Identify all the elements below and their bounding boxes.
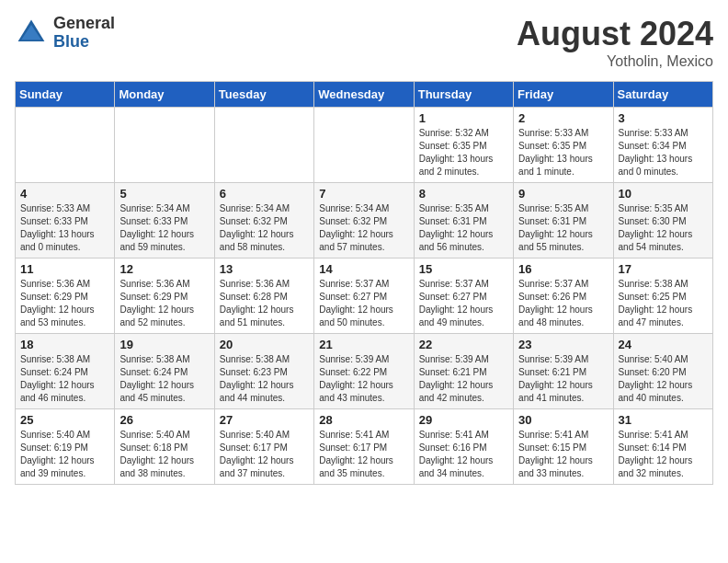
day-cell: 20Sunrise: 5:38 AM Sunset: 6:23 PM Dayli… — [214, 334, 313, 409]
day-info: Sunrise: 5:39 AM Sunset: 6:21 PM Dayligh… — [419, 353, 508, 405]
week-row-1: 1Sunrise: 5:32 AM Sunset: 6:35 PM Daylig… — [16, 108, 713, 183]
day-number: 8 — [419, 187, 508, 201]
header-cell-tuesday: Tuesday — [214, 82, 313, 108]
day-cell: 14Sunrise: 5:37 AM Sunset: 6:27 PM Dayli… — [314, 259, 414, 334]
day-number: 13 — [220, 262, 309, 276]
day-number: 19 — [119, 338, 209, 351]
day-cell: 1Sunrise: 5:32 AM Sunset: 6:35 PM Daylig… — [414, 108, 513, 183]
header-cell-friday: Friday — [514, 82, 613, 108]
header-cell-sunday: Sunday — [16, 82, 115, 108]
day-info: Sunrise: 5:41 AM Sunset: 6:15 PM Dayligh… — [518, 429, 608, 480]
day-cell: 25Sunrise: 5:40 AM Sunset: 6:19 PM Dayli… — [16, 409, 115, 485]
week-row-3: 11Sunrise: 5:36 AM Sunset: 6:29 PM Dayli… — [16, 259, 713, 334]
day-number: 10 — [619, 187, 708, 201]
day-number: 15 — [419, 262, 508, 276]
day-cell: 10Sunrise: 5:35 AM Sunset: 6:30 PM Dayli… — [613, 183, 712, 259]
day-cell — [115, 108, 214, 183]
day-cell: 22Sunrise: 5:39 AM Sunset: 6:21 PM Dayli… — [414, 334, 513, 409]
day-number: 20 — [220, 338, 309, 351]
day-cell: 28Sunrise: 5:41 AM Sunset: 6:17 PM Dayli… — [314, 409, 414, 485]
day-cell: 2Sunrise: 5:33 AM Sunset: 6:35 PM Daylig… — [514, 108, 613, 183]
day-info: Sunrise: 5:39 AM Sunset: 6:21 PM Dayligh… — [518, 353, 608, 405]
day-number: 23 — [518, 338, 608, 351]
day-number: 1 — [419, 111, 508, 125]
day-info: Sunrise: 5:41 AM Sunset: 6:17 PM Dayligh… — [319, 429, 408, 480]
logo-icon — [15, 17, 48, 50]
day-info: Sunrise: 5:38 AM Sunset: 6:25 PM Dayligh… — [619, 278, 708, 329]
day-cell: 30Sunrise: 5:41 AM Sunset: 6:15 PM Dayli… — [514, 409, 613, 485]
week-row-4: 18Sunrise: 5:38 AM Sunset: 6:24 PM Dayli… — [16, 334, 713, 409]
calendar-header: SundayMondayTuesdayWednesdayThursdayFrid… — [16, 82, 713, 108]
day-cell: 13Sunrise: 5:36 AM Sunset: 6:28 PM Dayli… — [214, 259, 313, 334]
day-number: 5 — [119, 187, 209, 201]
day-info: Sunrise: 5:38 AM Sunset: 6:24 PM Dayligh… — [119, 353, 209, 405]
day-number: 26 — [119, 413, 209, 427]
day-number: 16 — [518, 262, 608, 276]
day-info: Sunrise: 5:36 AM Sunset: 6:29 PM Dayligh… — [20, 278, 109, 329]
day-info: Sunrise: 5:32 AM Sunset: 6:35 PM Dayligh… — [419, 127, 508, 178]
day-info: Sunrise: 5:33 AM Sunset: 6:34 PM Dayligh… — [619, 127, 708, 178]
day-info: Sunrise: 5:35 AM Sunset: 6:31 PM Dayligh… — [419, 202, 508, 254]
day-info: Sunrise: 5:34 AM Sunset: 6:33 PM Dayligh… — [119, 202, 209, 254]
day-cell: 19Sunrise: 5:38 AM Sunset: 6:24 PM Dayli… — [115, 334, 214, 409]
day-cell: 12Sunrise: 5:36 AM Sunset: 6:29 PM Dayli… — [115, 259, 214, 334]
day-info: Sunrise: 5:36 AM Sunset: 6:28 PM Dayligh… — [220, 278, 309, 329]
day-cell: 9Sunrise: 5:35 AM Sunset: 6:31 PM Daylig… — [514, 183, 613, 259]
day-cell: 3Sunrise: 5:33 AM Sunset: 6:34 PM Daylig… — [613, 108, 712, 183]
day-cell: 8Sunrise: 5:35 AM Sunset: 6:31 PM Daylig… — [414, 183, 513, 259]
week-row-2: 4Sunrise: 5:33 AM Sunset: 6:33 PM Daylig… — [16, 183, 713, 259]
day-info: Sunrise: 5:37 AM Sunset: 6:26 PM Dayligh… — [518, 278, 608, 329]
day-info: Sunrise: 5:33 AM Sunset: 6:33 PM Dayligh… — [20, 202, 109, 254]
title-block: August 2024 Yotholin, Mexico — [517, 15, 713, 70]
day-cell: 31Sunrise: 5:41 AM Sunset: 6:14 PM Dayli… — [613, 409, 712, 485]
week-row-5: 25Sunrise: 5:40 AM Sunset: 6:19 PM Dayli… — [16, 409, 713, 485]
day-info: Sunrise: 5:38 AM Sunset: 6:23 PM Dayligh… — [220, 353, 309, 405]
day-cell: 17Sunrise: 5:38 AM Sunset: 6:25 PM Dayli… — [613, 259, 712, 334]
day-cell — [16, 108, 115, 183]
header-cell-thursday: Thursday — [414, 82, 513, 108]
logo-text: General Blue — [53, 15, 115, 52]
day-cell: 21Sunrise: 5:39 AM Sunset: 6:22 PM Dayli… — [314, 334, 414, 409]
location-title: Yotholin, Mexico — [517, 53, 713, 70]
header-row: SundayMondayTuesdayWednesdayThursdayFrid… — [16, 82, 713, 108]
day-info: Sunrise: 5:36 AM Sunset: 6:29 PM Dayligh… — [119, 278, 209, 329]
day-cell: 24Sunrise: 5:40 AM Sunset: 6:20 PM Dayli… — [613, 334, 712, 409]
day-cell: 16Sunrise: 5:37 AM Sunset: 6:26 PM Dayli… — [514, 259, 613, 334]
header-cell-wednesday: Wednesday — [314, 82, 414, 108]
day-cell: 11Sunrise: 5:36 AM Sunset: 6:29 PM Dayli… — [16, 259, 115, 334]
day-cell: 26Sunrise: 5:40 AM Sunset: 6:18 PM Dayli… — [115, 409, 214, 485]
day-info: Sunrise: 5:41 AM Sunset: 6:14 PM Dayligh… — [619, 429, 708, 480]
day-cell: 6Sunrise: 5:34 AM Sunset: 6:32 PM Daylig… — [214, 183, 313, 259]
day-info: Sunrise: 5:33 AM Sunset: 6:35 PM Dayligh… — [518, 127, 608, 178]
day-cell: 7Sunrise: 5:34 AM Sunset: 6:32 PM Daylig… — [314, 183, 414, 259]
logo: General Blue — [15, 15, 115, 52]
day-info: Sunrise: 5:40 AM Sunset: 6:17 PM Dayligh… — [220, 429, 309, 480]
day-number: 30 — [518, 413, 608, 427]
day-info: Sunrise: 5:35 AM Sunset: 6:30 PM Dayligh… — [619, 202, 708, 254]
header-cell-monday: Monday — [115, 82, 214, 108]
day-number: 9 — [518, 187, 608, 201]
calendar-table: SundayMondayTuesdayWednesdayThursdayFrid… — [15, 81, 713, 485]
day-info: Sunrise: 5:39 AM Sunset: 6:22 PM Dayligh… — [319, 353, 408, 405]
day-cell: 27Sunrise: 5:40 AM Sunset: 6:17 PM Dayli… — [214, 409, 313, 485]
day-info: Sunrise: 5:37 AM Sunset: 6:27 PM Dayligh… — [319, 278, 408, 329]
page-header: General Blue August 2024 Yotholin, Mexic… — [15, 15, 713, 70]
day-cell — [214, 108, 313, 183]
day-info: Sunrise: 5:40 AM Sunset: 6:18 PM Dayligh… — [119, 429, 209, 480]
logo-general: General — [53, 15, 115, 33]
day-number: 2 — [518, 111, 608, 125]
day-cell: 29Sunrise: 5:41 AM Sunset: 6:16 PM Dayli… — [414, 409, 513, 485]
day-cell: 15Sunrise: 5:37 AM Sunset: 6:27 PM Dayli… — [414, 259, 513, 334]
day-number: 18 — [20, 338, 109, 351]
day-number: 25 — [20, 413, 109, 427]
month-title: August 2024 — [517, 15, 713, 53]
day-info: Sunrise: 5:41 AM Sunset: 6:16 PM Dayligh… — [419, 429, 508, 480]
day-number: 24 — [619, 338, 708, 351]
day-number: 6 — [220, 187, 309, 201]
day-cell — [314, 108, 414, 183]
day-number: 3 — [619, 111, 708, 125]
day-cell: 18Sunrise: 5:38 AM Sunset: 6:24 PM Dayli… — [16, 334, 115, 409]
day-info: Sunrise: 5:37 AM Sunset: 6:27 PM Dayligh… — [419, 278, 508, 329]
day-number: 14 — [319, 262, 408, 276]
day-info: Sunrise: 5:34 AM Sunset: 6:32 PM Dayligh… — [319, 202, 408, 254]
